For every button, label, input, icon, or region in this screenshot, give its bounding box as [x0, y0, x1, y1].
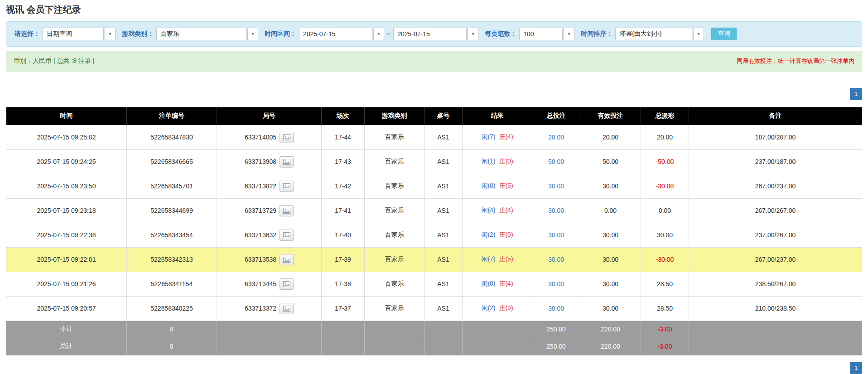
game-type-value: 百家乐 — [156, 28, 246, 40]
page-size-label: 每页笔数： — [485, 30, 516, 38]
cell-bet-id: 522658340225 — [127, 296, 217, 321]
cell-valid-bet: 30.00 — [580, 272, 641, 296]
image-icon — [283, 208, 290, 214]
chevron-down-icon[interactable]: ▼ — [564, 28, 574, 40]
cell-round: 633713822 — [217, 174, 322, 198]
cell-game-type: 百家乐 — [365, 272, 424, 296]
column-header-total-bet: 总投注 — [532, 107, 580, 125]
game-type-combobox[interactable]: 百家乐 ▼ — [156, 28, 258, 40]
round-id: 633713632 — [245, 231, 276, 239]
summary-bar: 币别：人民币 | 总共 :8 注单 | 同局有效投注，统一计算在该局第一张注单内 — [6, 51, 862, 72]
cell-payout: 20.00 — [641, 125, 689, 149]
chevron-down-icon[interactable]: ▼ — [468, 28, 478, 40]
cell-result: 闲(0) 庄(5) — [463, 174, 532, 198]
time-sort-label: 时间排序： — [581, 30, 612, 38]
table-row: 2025-07-15 09:22:01 522658342313 6337135… — [6, 247, 862, 272]
search-button[interactable]: 查询 — [711, 28, 737, 40]
cell-game-type: 百家乐 — [365, 174, 424, 198]
column-header-payout: 总派彩 — [641, 107, 689, 125]
summary-currency-count: 币别：人民币 | 总共 :8 注单 | — [14, 57, 94, 65]
chevron-down-icon[interactable]: ▼ — [373, 28, 384, 40]
cell-total-bet: 30.00 — [532, 296, 580, 321]
chevron-down-icon[interactable]: ▼ — [247, 28, 258, 40]
total-bet-link[interactable]: 30.00 — [548, 231, 564, 239]
page-1-button[interactable]: 1 — [850, 362, 862, 374]
round-media-button[interactable] — [280, 303, 294, 314]
chevron-down-icon[interactable]: ▼ — [693, 28, 704, 40]
image-icon — [283, 183, 290, 189]
time-sort-combobox[interactable]: 降幂(由大到小) ▼ — [615, 28, 704, 40]
result-player: 闲(2) — [481, 231, 495, 238]
cell-note: 267.00/237.00 — [689, 174, 862, 198]
round-media-button[interactable] — [280, 205, 294, 216]
result-banker: 庄(5) — [499, 182, 513, 189]
round-id: 633713908 — [245, 158, 276, 165]
cell-round: 633713538 — [217, 247, 322, 272]
cell-valid-bet: 20.00 — [580, 125, 641, 149]
round-id: 633713372 — [245, 305, 276, 312]
round-media-button[interactable] — [280, 132, 294, 143]
cell-payout: 0.00 — [641, 198, 689, 223]
cell-bet-id: 522658346665 — [127, 149, 217, 174]
pagination-top: 1 — [6, 88, 862, 100]
round-media-button[interactable] — [280, 254, 294, 265]
table-row: 2025-07-15 09:23:50 522658345701 6337138… — [6, 174, 862, 198]
round-media-button[interactable] — [280, 230, 294, 241]
total-bet-link[interactable]: 30.00 — [548, 305, 564, 312]
total-bet-link[interactable]: 30.00 — [548, 207, 564, 214]
table-row: 2025-07-15 09:20:57 522658340225 6337133… — [6, 296, 862, 321]
page-1-button[interactable]: 1 — [850, 88, 862, 100]
cell-result: 闲(1) 庄(0) — [463, 149, 532, 174]
image-icon — [283, 159, 290, 165]
cell-result: 闲(7) 庄(4) — [463, 125, 532, 149]
page-size-combobox[interactable]: 100 ▼ — [519, 28, 574, 40]
cell-total-bet: 30.00 — [532, 272, 580, 296]
total-label: 总计 — [6, 338, 127, 355]
page-title: 视讯 会员下注纪录 — [6, 4, 862, 16]
time-sort-value: 降幂(由大到小) — [615, 28, 692, 40]
cell-round: 633713372 — [217, 296, 322, 321]
query-type-combobox[interactable]: 日期查询 ▼ — [43, 28, 116, 40]
cell-time: 2025-07-15 09:22:38 — [6, 223, 127, 247]
total-payout: -3.00 — [641, 338, 689, 355]
game-type-label: 游戏类别： — [122, 30, 154, 38]
date-from-picker[interactable]: 2025-07-15 ▼ — [299, 28, 384, 40]
result-player: 闲(4) — [481, 206, 495, 214]
cell-game-type: 百家乐 — [365, 223, 424, 247]
image-icon — [283, 306, 290, 312]
column-header-session: 场次 — [322, 107, 365, 125]
cell-time: 2025-07-15 09:22:01 — [6, 247, 127, 272]
cell-result: 闲(0) 庄(4) — [463, 272, 532, 296]
round-media-button[interactable] — [280, 181, 294, 192]
cell-result: 闲(7) 庄(5) — [463, 247, 532, 272]
cell-game-type: 百家乐 — [365, 198, 424, 223]
round-id: 633713822 — [245, 182, 276, 190]
result-banker: 庄(0) — [499, 158, 513, 165]
chevron-down-icon[interactable]: ▼ — [105, 28, 116, 40]
round-media-button[interactable] — [280, 156, 294, 168]
cell-table-no: AS1 — [424, 174, 463, 198]
pagination-bottom: 1 — [6, 362, 862, 374]
cell-result: 闲(2) 庄(0) — [463, 223, 532, 247]
cell-bet-id: 522658347830 — [127, 125, 217, 149]
date-to-picker[interactable]: 2025-07-15 ▼ — [393, 28, 478, 40]
summary-note: 同局有效投注，统一计算在该局第一张注单内 — [737, 57, 854, 65]
filter-bar: 请选择： 日期查询 ▼ 游戏类别： 百家乐 ▼ 时间区间： 2025-07-15… — [6, 21, 862, 47]
image-icon — [283, 134, 290, 140]
total-bet-link[interactable]: 30.00 — [548, 280, 564, 288]
total-bet-link[interactable]: 30.00 — [548, 256, 564, 263]
total-bet-link[interactable]: 50.00 — [548, 158, 564, 165]
cell-total-bet: 30.00 — [532, 223, 580, 247]
total-bet-link[interactable]: 30.00 — [548, 182, 564, 190]
cell-game-type: 百家乐 — [365, 247, 424, 272]
cell-bet-id: 522658343454 — [127, 223, 217, 247]
cell-table-no: AS1 — [424, 125, 463, 149]
total-bet-link[interactable]: 20.00 — [548, 134, 564, 141]
round-media-button[interactable] — [280, 278, 294, 290]
cell-table-no: AS1 — [424, 296, 463, 321]
column-header-valid-bet: 有效投注 — [580, 107, 641, 125]
cell-valid-bet: 30.00 — [580, 174, 641, 198]
cell-time: 2025-07-15 09:21:26 — [6, 272, 127, 296]
subtotal-payout: -3.00 — [641, 321, 689, 338]
cell-valid-bet: 30.00 — [580, 223, 641, 247]
